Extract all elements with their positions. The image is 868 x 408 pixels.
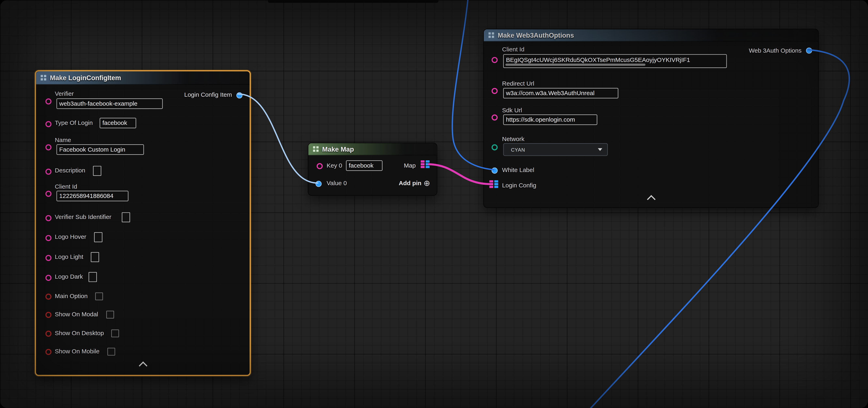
- pin-key-0[interactable]: [317, 163, 323, 169]
- field-label: Client Id: [55, 183, 77, 190]
- pin-verifier-sub-identifier[interactable]: [45, 215, 52, 221]
- pin-redirect-url[interactable]: [492, 88, 498, 94]
- pin-client-id[interactable]: [45, 191, 52, 197]
- pin-sdk-url[interactable]: [492, 114, 498, 121]
- pin-client-id[interactable]: [492, 57, 498, 63]
- logo-hover-input[interactable]: [94, 232, 102, 242]
- add-pin-button[interactable]: Add pin ⊕: [399, 179, 430, 187]
- node-title: Make Web3AuthOptions: [498, 31, 574, 39]
- network-dropdown[interactable]: CYAN: [503, 143, 608, 156]
- field-label: Client Id: [502, 46, 524, 53]
- field-label: Login Config: [502, 182, 536, 189]
- make-struct-icon: [488, 32, 494, 38]
- node-header[interactable]: Make Map: [308, 143, 437, 156]
- client-id-input[interactable]: 1222658941886084: [57, 191, 128, 201]
- pin-white-label[interactable]: [492, 168, 498, 174]
- pin-show-on-desktop[interactable]: [45, 331, 52, 337]
- pin-map-output[interactable]: [421, 160, 430, 169]
- value-label: Value 0: [327, 180, 347, 186]
- add-pin-label: Add pin: [399, 180, 422, 186]
- verifier-sub-identifier-input[interactable]: [122, 212, 130, 222]
- key-0-input[interactable]: facebook: [346, 160, 382, 171]
- field-label: Network: [502, 135, 524, 142]
- node-title: Make Map: [322, 145, 354, 153]
- pin-main-option[interactable]: [45, 294, 52, 300]
- field-label: Verifier: [55, 90, 74, 97]
- description-input[interactable]: [93, 166, 101, 176]
- key-label: Key 0: [327, 162, 342, 169]
- field-label: Show On Desktop: [55, 330, 104, 336]
- pin-description[interactable]: [45, 169, 52, 175]
- pin-logo-light[interactable]: [45, 255, 52, 261]
- type-of-login-input[interactable]: facebook: [100, 118, 136, 128]
- field-label: White Label: [502, 166, 534, 173]
- node-make-loginconfigitem[interactable]: Make LoginConfigItem Login Config Item V…: [35, 70, 251, 376]
- offscreen-node-edge: [268, 0, 438, 3]
- field-label: Name: [55, 137, 71, 143]
- field-label: Sdk Url: [502, 107, 522, 113]
- field-label: Show On Modal: [55, 311, 98, 317]
- pin-logo-hover[interactable]: [45, 235, 52, 241]
- field-label: Verifier Sub Identifier: [55, 213, 111, 220]
- pin-value-0[interactable]: [315, 181, 321, 187]
- node-make-web3authoptions[interactable]: Make Web3AuthOptions Web 3Auth Options C…: [483, 29, 819, 208]
- blueprint-graph-canvas[interactable]: Make LoginConfigItem Login Config Item V…: [0, 0, 868, 408]
- node-header[interactable]: Make LoginConfigItem: [36, 71, 250, 84]
- output-pin-label: Web 3Auth Options: [749, 47, 802, 54]
- field-label: Logo Light: [55, 253, 83, 260]
- network-dropdown-value: CYAN: [511, 147, 525, 152]
- pin-show-on-modal[interactable]: [45, 312, 52, 318]
- pin-name[interactable]: [45, 144, 52, 150]
- pin-network[interactable]: [492, 144, 498, 150]
- pin-verifier[interactable]: [45, 98, 52, 104]
- pin-login-config-item-output[interactable]: [237, 92, 243, 98]
- pin-logo-dark[interactable]: [45, 275, 52, 281]
- field-label: Type Of Login: [55, 120, 93, 126]
- main-option-checkbox[interactable]: [95, 293, 103, 300]
- wire-map-to-loginconfig[interactable]: [429, 164, 491, 184]
- show-on-mobile-checkbox[interactable]: [107, 348, 115, 355]
- sdk-url-input[interactable]: https://sdk.openlogin.com: [503, 114, 597, 125]
- add-pin-icon: ⊕: [424, 179, 430, 187]
- pin-type-of-login[interactable]: [45, 121, 52, 127]
- node-title: Make LoginConfigItem: [50, 74, 121, 81]
- client-id-value: BEgIQSgt4cUWcj6SKRdu5QkOXTsePmMcusG5EAoy…: [506, 57, 690, 63]
- logo-light-input[interactable]: [91, 252, 99, 262]
- logo-dark-input[interactable]: [89, 272, 97, 282]
- field-label: Main Option: [55, 293, 88, 299]
- show-on-modal-checkbox[interactable]: [106, 311, 114, 318]
- output-pin-label: Login Config Item: [184, 91, 232, 98]
- collapse-node-button[interactable]: [139, 362, 148, 370]
- redirect-url-input[interactable]: w3a://com.w3a.Web3AuthUnreal: [503, 88, 618, 98]
- collapse-node-button[interactable]: [647, 195, 656, 204]
- pin-web3auth-options-output[interactable]: [806, 47, 812, 54]
- map-output-label: Map: [404, 162, 415, 169]
- pin-show-on-mobile[interactable]: [45, 349, 52, 355]
- field-label: Logo Dark: [55, 273, 83, 280]
- make-map-icon: [313, 146, 319, 152]
- client-id-input[interactable]: BEgIQSgt4cUWcj6SKRdu5QkOXTsePmMcusG5EAoy…: [503, 54, 727, 68]
- make-struct-icon: [40, 75, 46, 81]
- chevron-down-icon: [598, 148, 602, 151]
- node-header[interactable]: Make Web3AuthOptions: [484, 29, 818, 41]
- name-input[interactable]: Facebook Custom Login: [57, 144, 144, 155]
- verifier-input[interactable]: web3auth-facebook-example: [57, 98, 163, 109]
- node-make-map[interactable]: Make Map Key 0 facebook Map Value 0 Add …: [308, 143, 437, 196]
- field-label: Logo Hover: [55, 233, 86, 240]
- client-id-scrollbar[interactable]: [505, 64, 646, 66]
- field-label: Description: [55, 167, 85, 174]
- field-label: Show On Mobile: [55, 348, 99, 354]
- show-on-desktop-checkbox[interactable]: [111, 330, 119, 337]
- screenshot-viewport: Make LoginConfigItem Login Config Item V…: [0, 0, 868, 408]
- pin-login-config[interactable]: [489, 180, 499, 189]
- field-label: Redirect Url: [502, 80, 534, 87]
